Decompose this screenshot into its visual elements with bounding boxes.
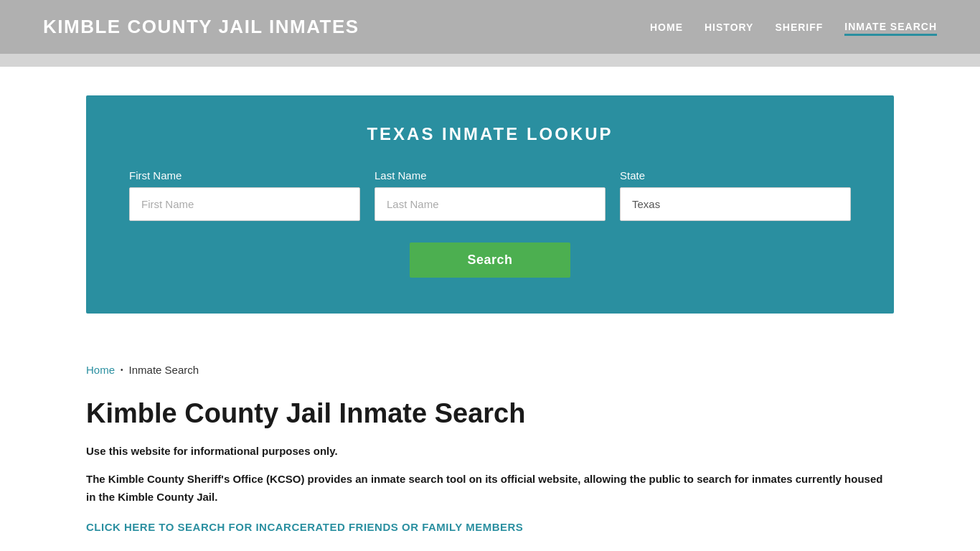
nav-inmate-search[interactable]: INMATE SEARCH (844, 18, 937, 36)
search-button[interactable]: Search (410, 242, 570, 278)
main-nav: HOME HISTORY SHERIFF INMATE SEARCH (650, 18, 937, 36)
site-header: KIMBLE COUNTY JAIL INMATES HOME HISTORY … (0, 0, 980, 54)
search-button-row: Search (129, 242, 851, 278)
state-input[interactable] (620, 187, 851, 221)
breadcrumb-section: Home • Inmate Search (0, 342, 980, 383)
state-group: State (620, 169, 851, 221)
main-content: Kimble County Jail Inmate Search Use thi… (0, 383, 980, 551)
first-name-input[interactable] (129, 187, 360, 221)
search-widget: TEXAS INMATE LOOKUP First Name Last Name… (86, 95, 894, 314)
sub-header-bar (0, 54, 980, 67)
cta-link[interactable]: CLICK HERE to Search for Incarcerated Fr… (86, 521, 523, 533)
form-fields-row: First Name Last Name State (129, 169, 851, 221)
first-name-group: First Name (129, 169, 360, 221)
nav-sheriff[interactable]: SHERIFF (775, 19, 823, 36)
nav-home[interactable]: HOME (650, 19, 683, 36)
first-name-label: First Name (129, 169, 360, 182)
state-label: State (620, 169, 851, 182)
widget-title: TEXAS INMATE LOOKUP (129, 124, 851, 144)
page-title: Kimble County Jail Inmate Search (86, 397, 894, 430)
nav-history[interactable]: HISTORY (705, 19, 753, 36)
breadcrumb: Home • Inmate Search (86, 364, 894, 376)
info-text-bold: Use this website for informational purpo… (86, 445, 894, 457)
last-name-input[interactable] (374, 187, 606, 221)
breadcrumb-home[interactable]: Home (86, 364, 115, 376)
last-name-group: Last Name (374, 169, 606, 221)
site-title: KIMBLE COUNTY JAIL INMATES (43, 16, 359, 38)
breadcrumb-current: Inmate Search (129, 364, 199, 376)
info-paragraph: The Kimble County Sheriff's Office (KCSO… (86, 470, 894, 507)
last-name-label: Last Name (374, 169, 606, 182)
breadcrumb-separator: • (121, 366, 123, 374)
